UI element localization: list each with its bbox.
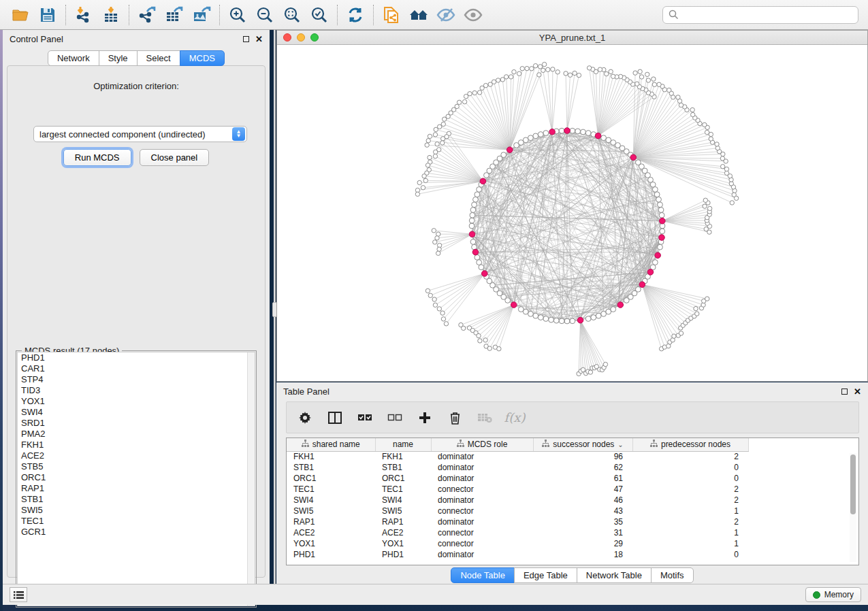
table-cell[interactable]: FKH1 bbox=[287, 451, 375, 462]
graph-node[interactable] bbox=[559, 128, 564, 133]
graph-node[interactable] bbox=[568, 73, 572, 77]
graph-node[interactable] bbox=[533, 313, 539, 318]
close-panel-icon[interactable]: ✕ bbox=[255, 36, 263, 42]
graph-node[interactable] bbox=[428, 155, 432, 159]
graph-node[interactable] bbox=[543, 316, 549, 322]
graph-node[interactable] bbox=[709, 137, 713, 141]
first-neighbors-icon[interactable] bbox=[405, 3, 432, 27]
table-cell[interactable]: STB1 bbox=[287, 462, 375, 473]
table-cell[interactable]: ORC1 bbox=[287, 473, 375, 484]
graph-node[interactable] bbox=[509, 75, 513, 79]
table-cell[interactable]: ORC1 bbox=[375, 473, 431, 484]
delete-column-icon[interactable] bbox=[445, 408, 465, 428]
graph-node[interactable] bbox=[730, 201, 734, 205]
toggle-panel-columns-icon[interactable] bbox=[325, 408, 345, 428]
table-cell[interactable]: 43 bbox=[533, 506, 632, 516]
table-cell[interactable]: 47 bbox=[533, 484, 632, 495]
graph-node[interactable] bbox=[501, 152, 507, 158]
clone-network-icon[interactable] bbox=[378, 3, 405, 27]
graph-node[interactable] bbox=[601, 311, 607, 316]
graph-node[interactable] bbox=[598, 67, 602, 71]
table-cell[interactable]: connector bbox=[431, 527, 533, 538]
graph-node[interactable] bbox=[496, 78, 500, 82]
float-panel-icon[interactable] bbox=[243, 36, 249, 42]
graph-node[interactable] bbox=[553, 318, 559, 323]
table-scrollbar-thumb[interactable] bbox=[850, 455, 856, 514]
graph-node[interactable] bbox=[433, 133, 437, 137]
graph-node[interactable] bbox=[538, 132, 543, 137]
graph-mcds-node[interactable] bbox=[469, 231, 475, 237]
table-cell[interactable]: 2 bbox=[632, 484, 748, 495]
list-item[interactable]: RAP1 bbox=[18, 483, 255, 494]
graph-node[interactable] bbox=[703, 204, 707, 208]
graph-node[interactable] bbox=[601, 135, 607, 141]
graph-mcds-node[interactable] bbox=[480, 178, 486, 184]
table-cell[interactable]: 1 bbox=[632, 527, 748, 538]
graph-mcds-node[interactable] bbox=[595, 133, 601, 139]
graph-node[interactable] bbox=[432, 229, 436, 233]
graph-node[interactable] bbox=[611, 74, 615, 78]
graph-node[interactable] bbox=[635, 82, 639, 86]
zoom-out-icon[interactable] bbox=[251, 3, 278, 27]
graph-node[interactable] bbox=[657, 82, 661, 86]
table-scrollbar[interactable] bbox=[850, 453, 856, 562]
list-item[interactable]: TID3 bbox=[18, 385, 255, 396]
list-item[interactable]: STB5 bbox=[18, 461, 255, 472]
graph-node[interactable] bbox=[660, 229, 665, 234]
graph-node[interactable] bbox=[426, 139, 430, 143]
graph-node[interactable] bbox=[483, 338, 487, 342]
table-cell[interactable]: 0 bbox=[632, 473, 748, 484]
import-table-icon[interactable] bbox=[97, 3, 125, 27]
graph-node[interactable] bbox=[434, 127, 438, 131]
table-cell[interactable]: STB1 bbox=[375, 462, 431, 473]
graph-mcds-node[interactable] bbox=[647, 269, 654, 276]
graph-node[interactable] bbox=[695, 312, 699, 316]
table-cell[interactable]: 2 bbox=[632, 451, 748, 462]
graph-node[interactable] bbox=[428, 134, 432, 138]
table-cell[interactable]: ACE2 bbox=[375, 527, 431, 538]
graph-node[interactable] bbox=[652, 187, 658, 193]
graph-node[interactable] bbox=[658, 208, 664, 213]
table-cell[interactable]: dominator bbox=[431, 549, 533, 560]
table-cell[interactable]: connector bbox=[431, 506, 533, 516]
table-cell[interactable]: 2 bbox=[632, 516, 748, 527]
graph-node[interactable] bbox=[435, 236, 439, 240]
list-item[interactable]: GCR1 bbox=[18, 527, 255, 538]
graph-node[interactable] bbox=[530, 67, 534, 71]
panel-splitter[interactable] bbox=[274, 30, 276, 584]
graph-node[interactable] bbox=[575, 129, 581, 134]
graph-node[interactable] bbox=[469, 223, 475, 229]
column-header-name[interactable]: name bbox=[375, 438, 431, 451]
mcds-result-list[interactable]: PHD1CAR1STP4TID3YOX1SWI4SRD1PMA2FKH1ACE2… bbox=[17, 352, 255, 606]
graph-node[interactable] bbox=[469, 218, 475, 223]
table-cell[interactable]: SWI4 bbox=[375, 495, 431, 506]
graph-mcds-node[interactable] bbox=[659, 235, 665, 241]
graph-node[interactable] bbox=[433, 154, 437, 158]
table-cell[interactable]: SWI5 bbox=[375, 506, 431, 516]
graph-node[interactable] bbox=[690, 108, 694, 112]
graph-node[interactable] bbox=[564, 318, 570, 324]
graph-node[interactable] bbox=[464, 94, 468, 98]
table-cell[interactable]: dominator bbox=[431, 462, 533, 473]
graph-node[interactable] bbox=[443, 117, 447, 121]
column-header-predecessor-nodes[interactable]: predecessor nodes bbox=[632, 438, 748, 451]
table-cell[interactable]: ACE2 bbox=[287, 527, 375, 538]
graph-node[interactable] bbox=[646, 78, 650, 82]
graph-node[interactable] bbox=[542, 62, 546, 66]
status-menu-button[interactable] bbox=[10, 587, 27, 602]
graph-node[interactable] bbox=[551, 67, 555, 71]
graph-node[interactable] bbox=[705, 297, 709, 301]
graph-mcds-node[interactable] bbox=[507, 147, 513, 153]
graph-node[interactable] bbox=[512, 69, 516, 73]
graph-node[interactable] bbox=[423, 178, 428, 182]
graph-node[interactable] bbox=[435, 142, 439, 146]
graph-mcds-node[interactable] bbox=[511, 302, 517, 308]
zoom-fit-icon[interactable] bbox=[278, 3, 306, 27]
graph-node[interactable] bbox=[549, 317, 554, 323]
graph-node[interactable] bbox=[672, 334, 676, 338]
graph-node[interactable] bbox=[543, 131, 549, 136]
graph-node[interactable] bbox=[591, 315, 596, 320]
list-item[interactable]: PMA2 bbox=[18, 429, 255, 440]
graph-node[interactable] bbox=[633, 71, 637, 75]
graph-node[interactable] bbox=[441, 122, 445, 126]
